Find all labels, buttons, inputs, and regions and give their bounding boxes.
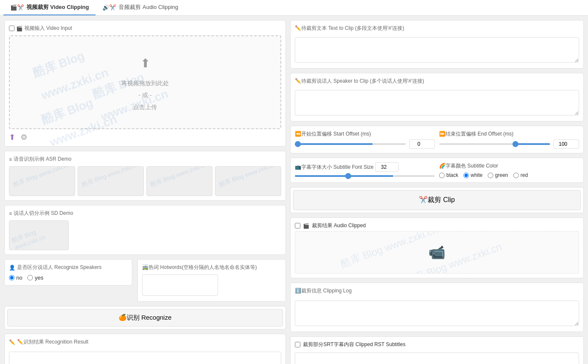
sd-demo-card: ≡ 说话人切分示例 SD Demo 酷库 Blog www.zxki.cn: [4, 205, 286, 255]
text-to-clip-textarea[interactable]: [295, 37, 579, 63]
audio-clipped-area: 酷库 Blog www.zxki.cn 酷库 Blog www.zxki.cn …: [295, 231, 579, 274]
settings-icon[interactable]: ⚙: [20, 133, 27, 142]
sd-thumb[interactable]: 酷库 Blog www.zxki.cn: [9, 220, 69, 250]
start-offset-label: ⏪开始位置偏移 Start Offset (ms): [295, 130, 435, 138]
offsets-two-col: ⏪开始位置偏移 Start Offset (ms) ⏩结束位置偏移 End Of…: [295, 130, 579, 149]
speakers-header: 👤 是否区分说话人 Recognize Speakers: [9, 264, 128, 271]
recognition-result-card: ✏️ ✏️识别结果 Recognition Result: [4, 334, 286, 364]
video-clip-icon: 🎬✂️: [10, 4, 24, 11]
font-size-label: 📺字幕字体大小 Subtitle Font Size: [295, 162, 435, 172]
sd-menu-icon: ≡: [9, 211, 12, 217]
clipped-rst-header: 裁剪部分SRT字幕内容 Clipped RST Subtitles: [295, 341, 579, 348]
offsets-card: ⏪开始位置偏移 Start Offset (ms) ⏩结束位置偏移 End Of…: [290, 126, 584, 153]
radio-no[interactable]: [9, 275, 15, 280]
tab-audio-clipping[interactable]: 🔊✂️ 音频裁剪 Audio Clipping: [96, 0, 185, 15]
radio-yes-text: yes: [35, 274, 43, 281]
radio-group-speakers: no yes: [9, 274, 128, 281]
upload-icon: ⬆: [140, 52, 150, 75]
video-input-checkbox[interactable]: [9, 26, 15, 31]
color-option-red[interactable]: red: [513, 172, 528, 178]
font-color-two-col: 📺字幕字体大小 Subtitle Font Size 🌈字幕颜色 Subtitl…: [295, 162, 579, 178]
color-option-black[interactable]: black: [439, 172, 458, 178]
end-offset-input-row: [439, 139, 579, 149]
end-offset-slider[interactable]: [439, 143, 550, 145]
clipping-log-label: ℹ️裁剪信息 Clipping Log: [295, 287, 352, 295]
recognize-btn-card: 🍊识别 Recognize: [4, 306, 286, 329]
audio-clipped-label: 裁剪结果 Audio Clipped: [312, 222, 366, 229]
recognize-btn-label: 🍊识别 Recognize: [119, 314, 172, 322]
color-label-black: black: [446, 172, 458, 178]
radio-yes-label[interactable]: yes: [27, 274, 43, 281]
start-offset-input-row: [295, 139, 435, 149]
font-size-slider[interactable]: [295, 175, 435, 177]
audio-clipped-card: 🎬 裁剪结果 Audio Clipped 酷库 Blog www.zxki.cn…: [290, 217, 584, 278]
start-offset-group: ⏪开始位置偏移 Start Offset (ms): [295, 130, 435, 149]
clipped-rst-checkbox[interactable]: [295, 342, 300, 347]
start-offset-slider[interactable]: [295, 143, 406, 145]
font-size-label-text: 📺字幕字体大小 Subtitle Font Size: [295, 164, 373, 171]
video-upload-area[interactable]: 酷库 Blogwww.zxki.cn 酷库 Blogwww.zxki.cn 酷库…: [9, 35, 281, 129]
asr-demo-header: ≡ 语音识别示例 ASR Demo: [9, 156, 281, 163]
color-radio-red[interactable]: [513, 173, 519, 178]
end-offset-input[interactable]: [553, 139, 579, 149]
video-controls: ⬆ ⚙: [9, 133, 281, 142]
clipping-log-header: ℹ️裁剪信息 Clipping Log: [295, 287, 579, 295]
clapper-icon: 🎬: [303, 223, 309, 229]
upload-btn-icon[interactable]: ⬆: [9, 133, 15, 142]
video-input-card: 🎬 视频输入 Video Input 酷库 Blogwww.zxki.cn 酷库…: [4, 20, 286, 147]
recognition-result-label: ✏️识别结果 Recognition Result: [17, 338, 88, 346]
upload-line2: - 或 -: [138, 89, 151, 101]
hotwords-label: 🚎热词 Hotwords(空格分隔的人名地名命名实体等): [142, 264, 257, 271]
text-to-clip-card: ✏️待裁剪文本 Text to Clip (多段文本使用'#'连接): [290, 20, 584, 69]
end-offset-group: ⏩结束位置偏移 End Offset (ms): [439, 130, 579, 149]
font-size-section: 📺字幕字体大小 Subtitle Font Size: [295, 162, 435, 178]
video-icon: 🎬: [16, 26, 23, 32]
speaker-to-clip-textarea[interactable]: [295, 90, 579, 116]
asr-demo-thumb-3[interactable]: 酷库 Blog www.zxki.cn: [146, 166, 212, 196]
main-layout: 🎬 视频输入 Video Input 酷库 Blogwww.zxki.cn 酷库…: [0, 16, 588, 364]
tab-video-clipping[interactable]: 🎬✂️ 视频裁剪 Video Clipping: [3, 0, 96, 15]
recognition-result-textarea[interactable]: [9, 352, 281, 364]
color-radio-white[interactable]: [463, 173, 469, 178]
hotwords-card: 🚎热词 Hotwords(空格分隔的人名地名命名实体等): [137, 259, 286, 302]
watermark-1: 酷库 Blogwww.zxki.cn: [29, 38, 112, 107]
video-input-label: 视频输入 Video Input: [24, 25, 72, 32]
color-radio-black[interactable]: [439, 173, 445, 178]
sd-demo-header: ≡ 说话人切分示例 SD Demo: [9, 210, 281, 217]
clipping-log-textarea[interactable]: [295, 300, 579, 326]
clipped-rst-textarea[interactable]: [295, 352, 579, 364]
audio-clipped-checkbox[interactable]: [295, 223, 300, 228]
clip-button[interactable]: ✂️裁剪 Clip: [293, 190, 581, 210]
end-offset-label: ⏩结束位置偏移 End Offset (ms): [439, 130, 579, 138]
asr-demo-thumb-2[interactable]: 酷库 Blog www.zxki.cn: [78, 166, 144, 196]
tab-video-clipping-label: 视频裁剪 Video Clipping: [26, 3, 89, 11]
radio-no-text: no: [16, 274, 22, 281]
font-size-input[interactable]: [375, 162, 399, 172]
text-to-clip-label: ✏️待裁剪文本 Text to Clip (多段文本使用'#'连接): [295, 25, 404, 32]
speakers-hotwords-row: 👤 是否区分说话人 Recognize Speakers no yes: [4, 259, 286, 302]
color-option-green[interactable]: green: [488, 172, 508, 178]
asr-demo-thumb-1[interactable]: 酷库 Blog www.zxki.cn: [9, 166, 75, 196]
speakers-card: 👤 是否区分说话人 Recognize Speakers no yes: [4, 259, 132, 286]
color-label-white: white: [471, 172, 483, 178]
upload-line1: 将视频拖放到此处: [121, 77, 169, 89]
right-panel: ✏️待裁剪文本 Text to Clip (多段文本使用'#'连接) ✏️待裁剪…: [290, 20, 584, 364]
clipped-rst-card: 裁剪部分SRT字幕内容 Clipped RST Subtitles: [290, 336, 584, 364]
upload-line3: 点击上传: [133, 101, 157, 113]
radio-yes[interactable]: [27, 275, 33, 280]
color-option-white[interactable]: white: [463, 172, 483, 178]
audio-clipped-header: 🎬 裁剪结果 Audio Clipped: [295, 222, 579, 229]
subtitle-color-section: 🌈字幕颜色 Subtitle Color black white: [439, 162, 579, 178]
video-input-header: 🎬 视频输入 Video Input: [9, 25, 281, 32]
speakers-label: 是否区分说话人 Recognize Speakers: [17, 264, 102, 271]
clipping-log-card: ℹ️裁剪信息 Clipping Log: [290, 283, 584, 332]
start-offset-label-text: ⏪开始位置偏移 Start Offset (ms): [295, 130, 371, 138]
color-radio-green[interactable]: [488, 173, 493, 178]
radio-no-label[interactable]: no: [9, 274, 22, 281]
start-offset-input[interactable]: [409, 139, 435, 149]
asr-demo-thumb-4[interactable]: 酷库 Blog www.zxki.cn: [215, 166, 281, 196]
hotwords-textarea[interactable]: [142, 274, 218, 296]
recognize-button[interactable]: 🍊识别 Recognize: [7, 309, 283, 326]
clip-btn-label: ✂️裁剪 Clip: [419, 196, 455, 205]
tab-audio-clipping-label: 音频裁剪 Audio Clipping: [119, 3, 178, 11]
